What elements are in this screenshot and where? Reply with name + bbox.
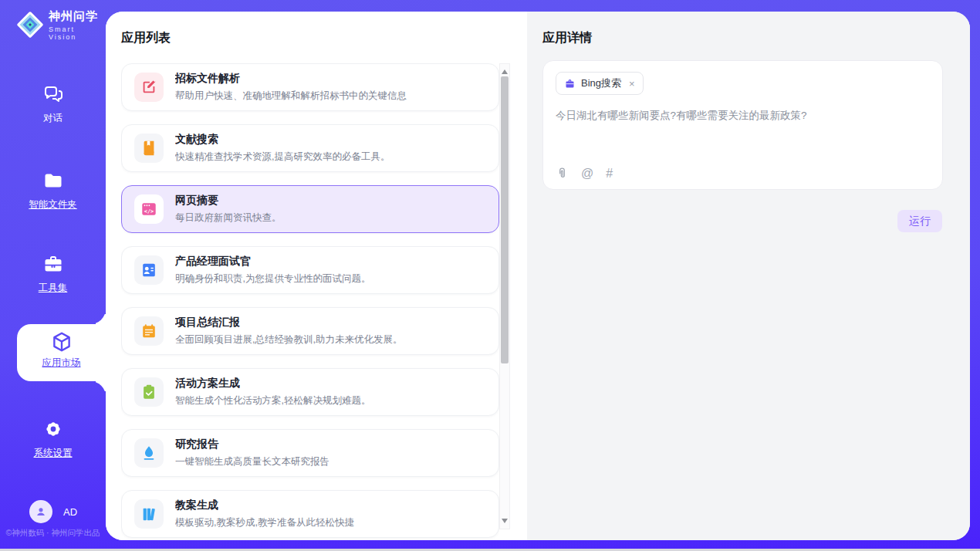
app-detail-panel: 应用详情 Bing搜索 × 今日湖北有哪些新闻要点?有哪些需要关注的最新政策? <box>527 12 970 540</box>
report-note-icon <box>134 316 164 346</box>
interviewer-icon <box>134 255 164 285</box>
prompt-toolbar: @ # <box>556 167 613 180</box>
app-card-desc: 模板驱动,教案秒成,教学准备从此轻松快捷 <box>175 516 354 529</box>
app-card-lesson-plan[interactable]: 教案生成 模板驱动,教案秒成,教学准备从此轻松快捷 <box>121 490 499 538</box>
tool-tag-label: Bing搜索 <box>581 76 621 90</box>
app-card-title: 研究报告 <box>175 438 329 451</box>
app-list-panel: 应用列表 招标文件解析 帮助用户快速、准确地理解和解析招标书中的关键信息 <box>106 12 527 540</box>
app-detail-title: 应用详情 <box>542 30 592 46</box>
app-card-desc: 每日政府新闻资讯快查。 <box>175 211 282 225</box>
sidebar-item-label: 系统设置 <box>0 447 106 460</box>
user-name: AD <box>63 506 77 518</box>
brand-subtitle: Smart Vision <box>49 25 106 41</box>
app-card-event-plan[interactable]: 活动方案生成 智能生成个性化活动方案,轻松解决规划难题。 <box>121 368 499 416</box>
app-card-title: 项目总结汇报 <box>175 316 402 330</box>
tool-tag-close-icon[interactable]: × <box>629 78 635 90</box>
chat-icon <box>0 83 106 106</box>
sidebar-item-label: 对话 <box>0 112 106 125</box>
cube-icon <box>17 330 106 353</box>
app-card-desc: 一键智能生成高质量长文本研究报告 <box>175 455 329 468</box>
sidebar: 神州问学 Smart Vision 对话 智能文件夹 <box>0 0 106 549</box>
app-card-title: 产品经理面试官 <box>175 255 370 269</box>
prompt-card: Bing搜索 × 今日湖北有哪些新闻要点?有哪些需要关注的最新政策? @ # <box>542 60 943 190</box>
run-button[interactable]: 运行 <box>897 210 942 232</box>
clipboard-check-icon <box>134 377 164 407</box>
app-card-project-summary[interactable]: 项目总结汇报 全面回顾项目进展,总结经验教训,助力未来优化发展。 <box>121 307 499 355</box>
app-card-desc: 明确身份和职责,为您提供专业性的面试问题。 <box>175 272 370 286</box>
sidebar-item-label: 工具集 <box>0 282 106 295</box>
app-card-desc: 快速精准查找学术资源,提高研究效率的必备工具。 <box>175 150 390 164</box>
folder-icon <box>0 170 106 193</box>
user-chip[interactable]: AD <box>29 500 77 523</box>
sidebar-item-label: 智能文件夹 <box>0 198 106 211</box>
copyright-text: ©神州数码 · 神州问学出品 <box>0 528 106 539</box>
content-area: 应用列表 招标文件解析 帮助用户快速、准确地理解和解析招标书中的关键信息 <box>106 12 970 540</box>
hash-icon[interactable]: # <box>606 167 613 180</box>
avatar <box>29 500 52 523</box>
app-card-desc: 智能生成个性化活动方案,轻松解决规划难题。 <box>175 394 370 407</box>
app-card-title: 活动方案生成 <box>175 377 370 390</box>
app-card-desc: 全面回顾项目进展,总结经验教训,助力未来优化发展。 <box>175 333 402 346</box>
app-card-bid-parse[interactable]: 招标文件解析 帮助用户快速、准确地理解和解析招标书中的关键信息 <box>121 63 499 111</box>
sidebar-item-chat[interactable]: 对话 <box>0 83 106 125</box>
app-card-literature-search[interactable]: 文献搜索 快速精准查找学术资源,提高研究效率的必备工具。 <box>121 124 499 172</box>
sidebar-item-toolset[interactable]: 工具集 <box>0 253 106 295</box>
scrollbar-up-arrow[interactable] <box>500 64 509 73</box>
brand-name: 神州问学 <box>49 9 98 22</box>
app-list: 招标文件解析 帮助用户快速、准确地理解和解析招标书中的关键信息 文献搜索 <box>121 63 499 540</box>
app-card-web-summary[interactable]: </> 网页摘要 每日政府新闻资讯快查。 <box>121 185 499 233</box>
brand-logo: 神州问学 Smart Vision <box>14 8 106 41</box>
sidebar-item-smart-folder[interactable]: 智能文件夹 <box>0 170 106 211</box>
svg-text:</>: </> <box>144 208 154 215</box>
books-icon <box>134 499 164 529</box>
app-card-pm-interviewer[interactable]: 产品经理面试官 明确身份和职责,为您提供专业性的面试问题。 <box>121 246 499 294</box>
tool-tag-bing-search[interactable]: Bing搜索 × <box>556 72 644 95</box>
toolbox-icon <box>0 253 106 276</box>
scrollbar-down-arrow[interactable] <box>500 519 509 529</box>
scrollbar-thumb[interactable] <box>501 76 509 363</box>
sidebar-item-app-market[interactable]: 应用市场 <box>17 324 106 381</box>
book-icon <box>134 134 164 163</box>
brand-diamond-icon <box>14 8 46 41</box>
app-card-desc: 帮助用户快速、准确地理解和解析招标书中的关键信息 <box>175 90 407 103</box>
gear-icon <box>0 418 106 441</box>
edit-doc-icon <box>134 73 164 102</box>
app-card-title: 文献搜索 <box>175 133 390 147</box>
at-icon[interactable]: @ <box>581 167 593 180</box>
web-code-icon: </> <box>134 194 164 224</box>
app-list-title: 应用列表 <box>121 30 171 46</box>
sidebar-item-label: 应用市场 <box>17 357 106 370</box>
ink-icon <box>134 438 164 468</box>
app-card-title: 教案生成 <box>175 499 354 512</box>
app-list-scrollbar[interactable] <box>499 63 510 529</box>
briefcase-icon <box>564 78 576 90</box>
sidebar-item-settings[interactable]: 系统设置 <box>0 418 106 460</box>
app-card-title: 网页摘要 <box>175 194 282 208</box>
brand-text: 神州问学 Smart Vision <box>49 9 106 41</box>
app-window: 神州问学 Smart Vision 对话 智能文件夹 <box>0 0 980 549</box>
paperclip-icon[interactable] <box>556 167 569 180</box>
prompt-input[interactable]: 今日湖北有哪些新闻要点?有哪些需要关注的最新政策? <box>556 108 930 123</box>
app-card-research-report[interactable]: 研究报告 一键智能生成高质量长文本研究报告 <box>121 429 499 477</box>
app-card-title: 招标文件解析 <box>175 72 407 86</box>
